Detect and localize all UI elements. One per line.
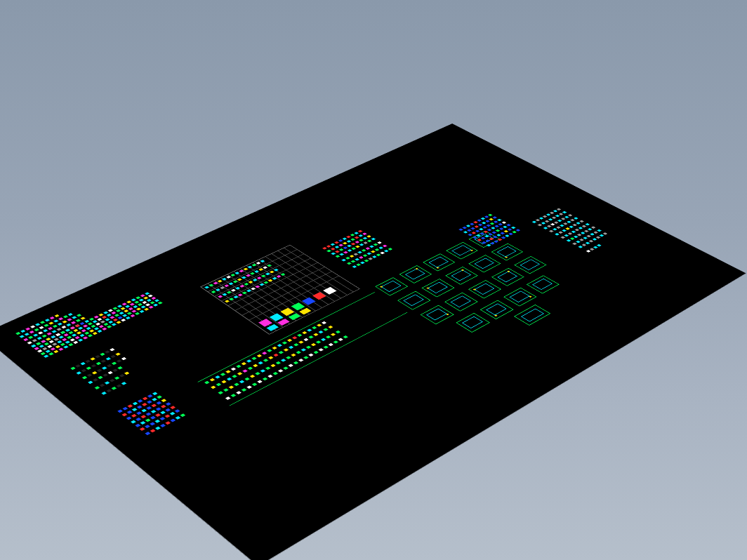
detail-thumbnail — [527, 275, 560, 293]
detail-thumbnail — [456, 313, 490, 333]
detail-thumbnail — [444, 293, 478, 312]
detail-thumbnail — [491, 268, 524, 286]
detail-thumbnail — [468, 280, 501, 298]
detail-thumbnail — [421, 305, 454, 325]
detail-thumbnail — [514, 305, 550, 326]
drawing-sheet-plane[interactable] — [0, 124, 746, 560]
viewport-3d[interactable] — [0, 0, 747, 560]
detail-thumbnail — [446, 242, 478, 260]
detail-thumbnail — [445, 267, 478, 285]
detail-thumbnail — [514, 256, 546, 274]
detail-thumbnail — [375, 277, 408, 295]
detail-thumbnail — [421, 279, 454, 297]
detail-thumbnail — [397, 291, 431, 310]
detail-thumbnail — [399, 265, 432, 284]
detail-thumbnail — [480, 300, 514, 319]
detail-thumbnail — [503, 288, 536, 307]
detail-thumbnail — [468, 255, 501, 272]
block-cluster-far-right-icons — [532, 199, 649, 261]
detail-thumbnail — [423, 253, 455, 271]
